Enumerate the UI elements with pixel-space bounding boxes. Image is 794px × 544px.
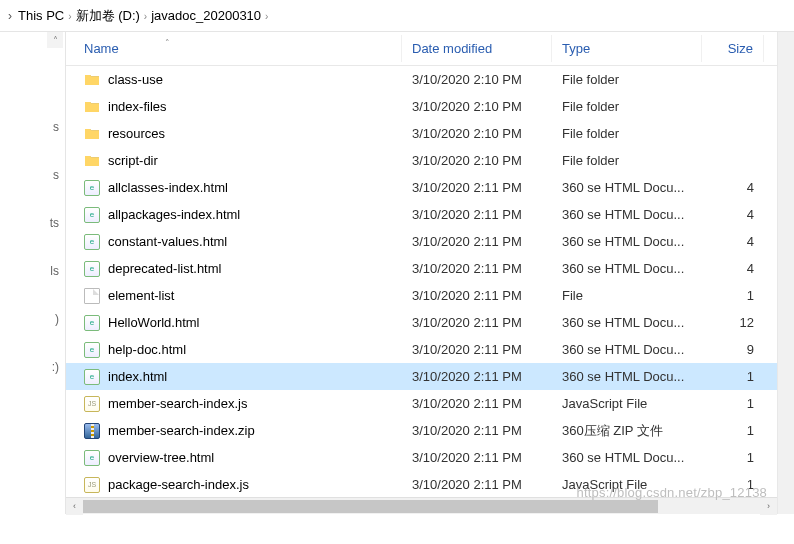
- file-size: 4: [702, 180, 764, 195]
- file-row[interactable]: eallclasses-index.html3/10/2020 2:11 PM3…: [66, 174, 777, 201]
- file-size: 1: [702, 477, 764, 492]
- file-type: File folder: [552, 153, 702, 168]
- sort-indicator-icon: ˄: [165, 38, 170, 48]
- file-date: 3/10/2020 2:11 PM: [402, 180, 552, 195]
- file-row[interactable]: eallpackages-index.html3/10/2020 2:11 PM…: [66, 201, 777, 228]
- file-type: 360 se HTML Docu...: [552, 261, 702, 276]
- file-row[interactable]: edeprecated-list.html3/10/2020 2:11 PM36…: [66, 255, 777, 282]
- file-size: 1: [702, 396, 764, 411]
- nav-tree-fragment[interactable]: s: [53, 120, 59, 138]
- file-row[interactable]: JSpackage-search-index.js3/10/2020 2:11 …: [66, 471, 777, 497]
- folder-icon: [84, 99, 100, 115]
- file-row[interactable]: element-list3/10/2020 2:11 PMFile1: [66, 282, 777, 309]
- file-date: 3/10/2020 2:10 PM: [402, 72, 552, 87]
- scroll-left-button[interactable]: ‹: [66, 498, 83, 515]
- file-name: help-doc.html: [108, 342, 186, 357]
- file-name: resources: [108, 126, 165, 141]
- vertical-scrollbar[interactable]: [777, 32, 794, 514]
- chevron-right-icon: ›: [64, 11, 75, 22]
- address-bar[interactable]: › This PC›新加卷 (D:)›javadoc_20200310›: [0, 0, 794, 32]
- file-size: 1: [702, 288, 764, 303]
- breadcrumb: This PC›新加卷 (D:)›javadoc_20200310›: [18, 7, 272, 25]
- nav-tree-strip: ˄ sstsls):): [0, 32, 66, 514]
- html-file-icon: e: [84, 342, 100, 358]
- file-name: package-search-index.js: [108, 477, 249, 492]
- file-date: 3/10/2020 2:10 PM: [402, 153, 552, 168]
- file-row[interactable]: script-dir3/10/2020 2:10 PMFile folder: [66, 147, 777, 174]
- folder-icon: [84, 72, 100, 88]
- breadcrumb-item[interactable]: This PC: [18, 8, 64, 23]
- file-name: HelloWorld.html: [108, 315, 200, 330]
- horizontal-scrollbar[interactable]: ‹ ›: [66, 497, 777, 514]
- file-row[interactable]: eoverview-tree.html3/10/2020 2:11 PM360 …: [66, 444, 777, 471]
- file-date: 3/10/2020 2:11 PM: [402, 315, 552, 330]
- column-header-name[interactable]: Name ˄: [66, 35, 402, 62]
- file-row[interactable]: eHelloWorld.html3/10/2020 2:11 PM360 se …: [66, 309, 777, 336]
- js-file-icon: JS: [84, 396, 100, 412]
- folder-icon: [84, 153, 100, 169]
- file-row[interactable]: member-search-index.zip3/10/2020 2:11 PM…: [66, 417, 777, 444]
- file-name: constant-values.html: [108, 234, 227, 249]
- file-date: 3/10/2020 2:11 PM: [402, 477, 552, 492]
- file-date: 3/10/2020 2:10 PM: [402, 126, 552, 141]
- file-date: 3/10/2020 2:11 PM: [402, 288, 552, 303]
- file-name: member-search-index.zip: [108, 423, 255, 438]
- folder-icon: [84, 126, 100, 142]
- nav-tree-fragment[interactable]: ts: [50, 216, 59, 234]
- chevron-right-icon: ›: [8, 9, 12, 23]
- file-type: 360压缩 ZIP 文件: [552, 422, 702, 440]
- scroll-right-button[interactable]: ›: [760, 498, 777, 515]
- file-size: 4: [702, 234, 764, 249]
- scrollbar-thumb[interactable]: [83, 500, 658, 513]
- chevron-right-icon: ›: [261, 11, 272, 22]
- js-file-icon: JS: [84, 477, 100, 493]
- file-size: 4: [702, 207, 764, 222]
- html-file-icon: e: [84, 315, 100, 331]
- file-list: Name ˄ Date modified Type Size class-use…: [66, 32, 777, 514]
- file-row[interactable]: eindex.html3/10/2020 2:11 PM360 se HTML …: [66, 363, 777, 390]
- file-type: 360 se HTML Docu...: [552, 342, 702, 357]
- file-date: 3/10/2020 2:11 PM: [402, 234, 552, 249]
- column-header-type[interactable]: Type: [552, 35, 702, 62]
- column-header-date[interactable]: Date modified: [402, 35, 552, 62]
- file-row[interactable]: resources3/10/2020 2:10 PMFile folder: [66, 120, 777, 147]
- breadcrumb-item[interactable]: javadoc_20200310: [151, 8, 261, 23]
- file-name: index.html: [108, 369, 167, 384]
- file-type: 360 se HTML Docu...: [552, 207, 702, 222]
- nav-tree-fragment[interactable]: ): [55, 312, 59, 330]
- breadcrumb-item[interactable]: 新加卷 (D:): [76, 7, 140, 25]
- nav-tree-fragment[interactable]: ls: [50, 264, 59, 282]
- nav-tree-fragment[interactable]: :): [52, 360, 59, 378]
- nav-tree-fragment[interactable]: s: [53, 168, 59, 186]
- chevron-up-icon: ˄: [53, 35, 58, 46]
- html-file-icon: e: [84, 369, 100, 385]
- file-date: 3/10/2020 2:11 PM: [402, 342, 552, 357]
- column-header-label: Name: [84, 41, 119, 56]
- file-date: 3/10/2020 2:11 PM: [402, 396, 552, 411]
- file-size: 9: [702, 342, 764, 357]
- file-date: 3/10/2020 2:11 PM: [402, 369, 552, 384]
- file-date: 3/10/2020 2:11 PM: [402, 261, 552, 276]
- file-row[interactable]: index-files3/10/2020 2:10 PMFile folder: [66, 93, 777, 120]
- file-type: File: [552, 288, 702, 303]
- file-date: 3/10/2020 2:11 PM: [402, 450, 552, 465]
- file-type: JavaScript File: [552, 396, 702, 411]
- file-type: File folder: [552, 126, 702, 141]
- column-header-size[interactable]: Size: [702, 35, 764, 62]
- file-row[interactable]: class-use3/10/2020 2:10 PMFile folder: [66, 66, 777, 93]
- html-file-icon: e: [84, 261, 100, 277]
- file-name: index-files: [108, 99, 167, 114]
- chevron-right-icon: ›: [140, 11, 151, 22]
- file-size: 12: [702, 315, 764, 330]
- file-size: 4: [702, 261, 764, 276]
- file-date: 3/10/2020 2:10 PM: [402, 99, 552, 114]
- file-name: overview-tree.html: [108, 450, 214, 465]
- file-icon: [84, 288, 100, 304]
- file-row[interactable]: ehelp-doc.html3/10/2020 2:11 PM360 se HT…: [66, 336, 777, 363]
- file-type: JavaScript File: [552, 477, 702, 492]
- scroll-up-button[interactable]: ˄: [47, 32, 63, 48]
- file-name: class-use: [108, 72, 163, 87]
- file-row[interactable]: JSmember-search-index.js3/10/2020 2:11 P…: [66, 390, 777, 417]
- file-row[interactable]: econstant-values.html3/10/2020 2:11 PM36…: [66, 228, 777, 255]
- file-name: script-dir: [108, 153, 158, 168]
